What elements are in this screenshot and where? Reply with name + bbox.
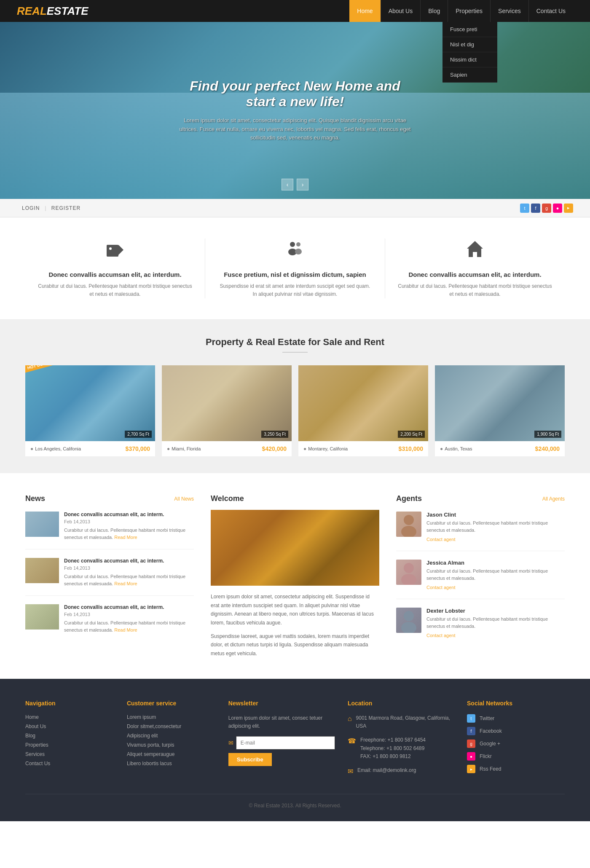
footer-cs-link-2[interactable]: Adipiscing elit bbox=[127, 733, 216, 739]
nav-contact[interactable]: Contact Us bbox=[528, 0, 573, 22]
hero-prev-btn[interactable]: ‹ bbox=[282, 179, 293, 190]
svg-point-12 bbox=[401, 574, 416, 585]
footer-cs-link-4[interactable]: Aliquet semperaugue bbox=[127, 751, 216, 757]
footer-cs-title: Customer service bbox=[127, 700, 216, 707]
all-agents-link[interactable]: All Agents bbox=[542, 496, 565, 502]
footer-nav-properties[interactable]: Properties bbox=[25, 742, 114, 748]
feature-text-2: Curabitur ut dui lacus. Pellentesque hab… bbox=[398, 282, 552, 298]
footer-nav-services[interactable]: Services bbox=[25, 751, 114, 757]
nav-blog[interactable]: Blog bbox=[420, 0, 448, 22]
pin-icon-3: ● bbox=[440, 446, 443, 452]
dropdown-item-nisl[interactable]: Nisl et dig bbox=[442, 37, 497, 52]
nav-properties[interactable]: Properties bbox=[448, 0, 490, 22]
rss-icon-bar[interactable]: ▸ bbox=[564, 204, 573, 213]
news-content-0: Donec convallis accumsan elit, ac interm… bbox=[64, 512, 194, 541]
footer-email-text: Email: mail@demolink.org bbox=[357, 766, 416, 775]
footer-phone: ☎ Freephone: +1 800 587 6454 Telephone: … bbox=[348, 736, 454, 761]
news-header: News All News bbox=[25, 494, 194, 503]
welcome-text-2: Suspendisse laoreet, augue vel mattis so… bbox=[211, 632, 379, 658]
property-location-0: ● Los Angeles, Califonia bbox=[30, 446, 81, 452]
bottom-section: News All News Donec convallis accumsan e… bbox=[0, 473, 590, 679]
news-content-2: Donec convallis accumsan elit, ac interm… bbox=[64, 604, 194, 633]
read-more-0[interactable]: Read More bbox=[114, 535, 137, 540]
all-news-link[interactable]: All News bbox=[174, 496, 194, 502]
property-info-2: ● Montarey, Califonia $310,000 bbox=[298, 441, 428, 456]
pin-icon-0: ● bbox=[30, 446, 33, 452]
svg-point-14 bbox=[401, 622, 416, 633]
contact-agent-0[interactable]: Contact agent bbox=[426, 537, 456, 542]
agent-text-0: Curabitur ut dui lacus. Pellentesque hab… bbox=[426, 520, 565, 533]
twitter-icon-bar[interactable]: t bbox=[520, 204, 529, 213]
hero-next-btn[interactable]: › bbox=[297, 179, 308, 190]
nav-home[interactable]: Home bbox=[349, 0, 380, 22]
social-rss-row[interactable]: ▸ Rss Feed bbox=[467, 765, 565, 773]
agent-item-1: Jessica Alman Curabitur ut dui lacus. Pe… bbox=[396, 560, 565, 599]
logo-real: REAL bbox=[17, 5, 47, 18]
nav-about[interactable]: About Us bbox=[381, 0, 421, 22]
property-img-3: 1,900 Sq Ft bbox=[435, 365, 565, 441]
register-link[interactable]: REGISTER bbox=[46, 205, 86, 211]
agent-name-1: Jessica Alman bbox=[426, 560, 565, 566]
agents-heading: Agents bbox=[396, 494, 422, 503]
property-img-2: 2,200 Sq Ft bbox=[298, 365, 428, 441]
contact-agent-2[interactable]: Contact agent bbox=[426, 633, 456, 638]
footer-email: ✉ Email: mail@demolink.org bbox=[348, 766, 454, 775]
dropdown-item-nissim[interactable]: Nissim dict bbox=[442, 52, 497, 67]
news-date-0: Feb 14,2013 bbox=[64, 519, 194, 524]
google-icon-bar[interactable]: g bbox=[542, 204, 551, 213]
phone-icon: ☎ bbox=[348, 737, 356, 761]
property-card-3[interactable]: 1,900 Sq Ft ● Austin, Texas $240,000 bbox=[435, 365, 565, 456]
properties-title: Property & Real Estate for Sale and Rent bbox=[25, 337, 565, 353]
hero-content: Find your perfect New Home and start a n… bbox=[169, 78, 421, 142]
hero-text: Lorem ipsum dolor sit amet, consectetur … bbox=[177, 116, 413, 142]
footer-cs-link-0[interactable]: Lorem ipsum bbox=[127, 714, 216, 720]
pin-icon-2: ● bbox=[303, 446, 306, 452]
footer-cs-link-1[interactable]: Dolor sitmet,consectetur bbox=[127, 723, 216, 729]
properties-section: Property & Real Estate for Sale and Rent… bbox=[0, 320, 590, 473]
property-img-1: 3,250 Sq Ft bbox=[162, 365, 292, 441]
logo-estate: ESTATE bbox=[47, 5, 88, 18]
house-icon bbox=[398, 238, 552, 264]
svg-point-13 bbox=[404, 611, 414, 621]
social-flickr-row[interactable]: ● Flickr bbox=[467, 752, 565, 761]
property-card-2[interactable]: 2,200 Sq Ft ● Montarey, Califonia $310,0… bbox=[298, 365, 428, 456]
footer-nav-title: Navigation bbox=[25, 700, 114, 707]
footer-nav-home[interactable]: Home bbox=[25, 714, 114, 720]
facebook-icon-bar[interactable]: f bbox=[531, 204, 540, 213]
read-more-1[interactable]: Read More bbox=[114, 581, 137, 586]
footer-newsletter-text: Lorem ipsum dolor sit amet, consec tetue… bbox=[228, 714, 335, 730]
login-link[interactable]: LOGIN bbox=[17, 205, 45, 211]
newsletter-email-input[interactable] bbox=[236, 736, 335, 750]
pin-icon-1: ● bbox=[167, 446, 170, 452]
sqft-badge-2: 2,200 Sq Ft bbox=[398, 431, 425, 438]
social-twitter-row[interactable]: t Twitter bbox=[467, 714, 565, 723]
footer-nav-about[interactable]: About Us bbox=[25, 723, 114, 729]
property-info-0: ● Los Angeles, Califonia $370,000 bbox=[25, 441, 155, 456]
property-card-0[interactable]: HOT DEAL 2,700 Sq Ft ● Los Angeles, Cali… bbox=[25, 365, 155, 456]
footer-location: Location ⌂ 9001 Marmora Road, Glasgow, C… bbox=[348, 700, 454, 781]
flickr-icon-bar[interactable]: ● bbox=[553, 204, 562, 213]
svg-point-5 bbox=[296, 242, 300, 246]
property-location-1: ● Miami, Florida bbox=[167, 446, 201, 452]
contact-agent-1[interactable]: Contact agent bbox=[426, 585, 456, 590]
news-item-1: Donec convallis accumsan elit, ac interm… bbox=[25, 558, 194, 596]
dropdown-item-sapien[interactable]: Sapien bbox=[442, 67, 497, 83]
email-icon: ✉ bbox=[228, 739, 233, 746]
footer-cs-link-3[interactable]: Vivamus porta, turpis bbox=[127, 742, 216, 748]
news-thumb-1 bbox=[25, 558, 59, 583]
subscribe-button[interactable]: Subscribe bbox=[228, 753, 272, 766]
property-card-1[interactable]: 3,250 Sq Ft ● Miami, Florida $420,000 bbox=[162, 365, 292, 456]
dropdown-item-fusce[interactable]: Fusce preti bbox=[442, 22, 497, 37]
agents-header: Agents All Agents bbox=[396, 494, 565, 503]
footer-nav-blog[interactable]: Blog bbox=[25, 733, 114, 739]
svg-marker-1 bbox=[118, 245, 123, 255]
footer-social: Social Networks t Twitter f Facebook g G… bbox=[467, 700, 565, 781]
social-facebook-row[interactable]: f Facebook bbox=[467, 727, 565, 735]
nav-services[interactable]: Services bbox=[490, 0, 528, 22]
footer-nav-contact[interactable]: Contact Us bbox=[25, 761, 114, 766]
social-icons-bar: t f g ● ▸ bbox=[520, 204, 573, 213]
feature-text-1: Suspendisse id erat sit amet ante interd… bbox=[218, 282, 372, 298]
social-google-row[interactable]: g Google + bbox=[467, 739, 565, 748]
read-more-2[interactable]: Read More bbox=[114, 627, 137, 632]
footer-cs-link-5[interactable]: Libero lobortis lacus bbox=[127, 761, 216, 766]
